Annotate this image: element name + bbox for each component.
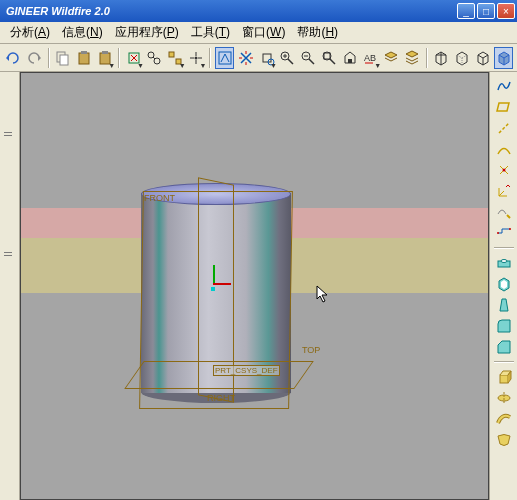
datum-plane-button[interactable] [493,97,515,117]
orient-button[interactable]: ▼ [257,47,276,69]
zoom-out-button[interactable] [299,47,318,69]
separator-icon [494,361,514,363]
maximize-button[interactable]: □ [477,3,495,19]
menu-info[interactable]: 信息(N) [56,22,109,43]
sweep-tool-button[interactable] [493,409,515,429]
svg-point-11 [195,56,198,59]
menu-help[interactable]: 帮助(H) [291,22,344,43]
paste-special-button[interactable]: ▼ [95,47,114,69]
svg-rect-5 [102,51,108,54]
graphics-viewport[interactable]: FRONT TOP RIGHT PRT_CSYS_DEF [20,72,489,500]
annotate-button[interactable]: AB▼ [361,47,380,69]
menu-window[interactable]: 窗口(W) [236,22,291,43]
svg-point-22 [497,232,499,234]
separator-icon [48,48,50,68]
menu-applications[interactable]: 应用程序(P) [109,22,185,43]
draft-tool-button[interactable] [493,295,515,315]
sketch-spline-button[interactable] [493,76,515,96]
menu-tools[interactable]: 工具(T) [185,22,236,43]
undo-button[interactable] [4,47,23,69]
main-toolbar: ▼ ▼ ▼ ▼ ▼ AB▼ [0,44,517,72]
sketched-curve-button[interactable] [493,202,515,222]
repaint-button[interactable] [340,47,359,69]
coord-sys-button[interactable] [493,181,515,201]
datum-top-label: TOP [301,345,321,355]
round-tool-button[interactable] [493,316,515,336]
datum-right-label: RIGHT [206,393,236,403]
svg-rect-3 [81,51,87,54]
svg-rect-26 [500,375,508,383]
spin-center-button[interactable] [236,47,255,69]
select-items-button[interactable]: ▼ [187,47,206,69]
shell-tool-button[interactable] [493,274,515,294]
menu-bar: 分析(A) 信息(N) 应用程序(P) 工具(T) 窗口(W) 帮助(H) [0,22,517,44]
sketch-view-button[interactable] [215,47,234,69]
copy-button[interactable] [54,47,73,69]
svg-point-23 [509,228,511,230]
svg-rect-13 [263,54,271,62]
csys-y-axis-icon [213,265,215,283]
find-button[interactable] [145,47,164,69]
feature-toolbar [489,72,517,500]
regenerate-button[interactable]: ▼ [124,47,143,69]
extrude-tool-button[interactable] [493,367,515,387]
csys-label: PRT_CSYS_DEF [213,365,280,376]
layers-stack-button[interactable] [403,47,422,69]
title-bar: GINEER Wildfire 2.0 _ □ × [0,0,517,22]
svg-point-21 [502,169,505,172]
svg-rect-18 [324,53,330,59]
svg-rect-2 [79,53,89,64]
revolve-tool-button[interactable] [493,388,515,408]
shaded-button[interactable] [494,47,513,69]
paste-button[interactable] [74,47,93,69]
redo-button[interactable] [25,47,44,69]
separator-icon [118,48,120,68]
window-controls: _ □ × [457,3,515,19]
hidden-line-button[interactable] [453,47,472,69]
hole-tool-button[interactable] [493,253,515,273]
separator-icon [209,48,211,68]
no-hidden-button[interactable] [473,47,492,69]
workspace: FRONT TOP RIGHT PRT_CSYS_DEF [0,72,517,500]
datum-point-button[interactable] [493,160,515,180]
close-button[interactable]: × [497,3,515,19]
svg-point-25 [501,260,507,263]
separator-icon [426,48,428,68]
blend-tool-button[interactable] [493,430,515,450]
wireframe-button[interactable] [432,47,451,69]
svg-rect-19 [348,59,352,63]
sash-grip-icon [4,132,12,138]
zoom-in-button[interactable] [278,47,297,69]
chamfer-tool-button[interactable] [493,337,515,357]
svg-rect-9 [169,52,174,57]
select-filter-button[interactable]: ▼ [166,47,185,69]
separator-icon [494,247,514,249]
svg-rect-1 [60,55,68,65]
datum-axis-button[interactable] [493,118,515,138]
csys-x-axis-icon [213,283,231,285]
menu-analysis[interactable]: 分析(A) [4,22,56,43]
layers-button[interactable] [382,47,401,69]
datum-front-label: FRONT [143,193,176,203]
datum-curve-button[interactable] [493,139,515,159]
window-title: GINEER Wildfire 2.0 [2,5,110,17]
minimize-button[interactable]: _ [457,3,475,19]
sash-grip-icon [4,252,12,258]
left-sash[interactable] [0,72,20,500]
analysis-button[interactable] [493,223,515,243]
refit-button[interactable] [320,47,339,69]
csys-z-point-icon [211,287,215,291]
